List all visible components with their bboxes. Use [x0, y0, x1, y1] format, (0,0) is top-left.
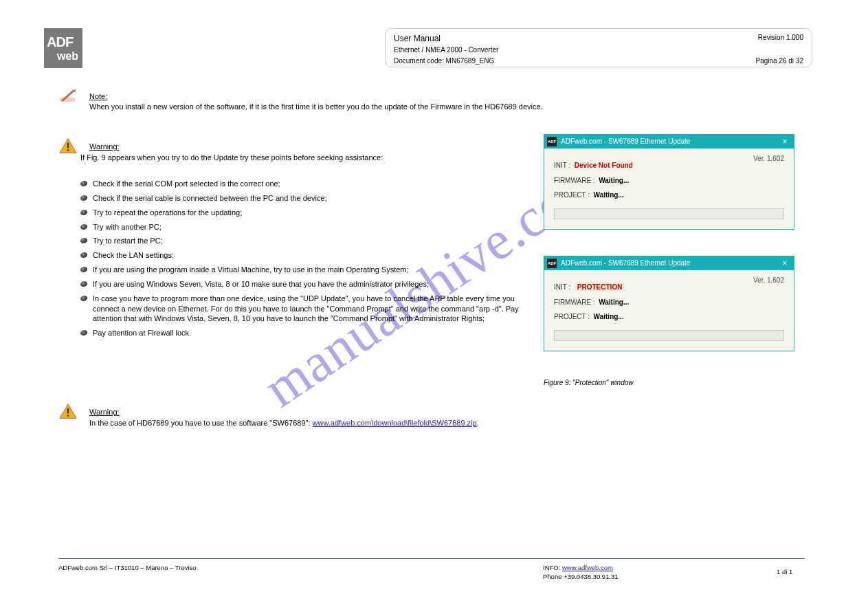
dialog-titlebar: ADF ADFweb.com - SW67689 Ethernet Update… — [544, 256, 794, 270]
ethernet-update-dialog-1: ADF ADFweb.com - SW67689 Ethernet Update… — [544, 134, 794, 230]
footer-left-1: ADFweb.com Srl – IT31010 – Mareno – Trev… — [58, 564, 197, 573]
note-text: When you install a new version of the so… — [89, 102, 543, 112]
list-item: Check the LAN settings; — [80, 250, 520, 261]
init-label: INIT : — [554, 162, 570, 169]
project-row: PROJECT : Waiting... — [554, 312, 784, 322]
dialog-version: Ver. 1.602 — [753, 276, 784, 285]
dialog-version: Ver. 1.602 — [753, 154, 784, 164]
warning-2-text-before: In the case of HD67689 you have to use t… — [89, 419, 313, 427]
doc-code: Document code: MN67689_ENG — [394, 56, 494, 66]
init-status: Device Not Found — [575, 162, 633, 169]
app-icon: ADF — [547, 137, 557, 146]
project-label: PROJECT : — [554, 191, 590, 199]
warning-icon — [57, 138, 79, 154]
brand-logo: ADF web — [44, 28, 82, 68]
warning-2-text: In the case of HD67689 you have to use t… — [89, 418, 479, 428]
footer-divider — [58, 558, 805, 559]
doc-title: User Manual — [394, 33, 441, 44]
svg-rect-1 — [67, 143, 69, 149]
project-label: PROJECT : — [554, 313, 590, 320]
dialog-title: ADFweb.com - SW67689 Ethernet Update — [561, 259, 779, 268]
footer-phone: Phone +39.0438.30.91.31 — [543, 573, 619, 582]
logo-line2: web — [47, 49, 82, 64]
doc-product: Ethernet / NMEA 2000 - Converter — [394, 45, 803, 55]
init-status: PROTECTION — [575, 283, 625, 291]
footer-info-label: INFO: — [543, 564, 560, 571]
warning-label-1: Warning: — [89, 142, 120, 152]
progress-bar — [554, 330, 784, 341]
app-icon: ADF — [547, 259, 557, 268]
firmware-label: FIRMWARE : — [554, 177, 595, 184]
project-status: Waiting... — [594, 191, 624, 199]
dialog-titlebar: ADF ADFweb.com - SW67689 Ethernet Update… — [544, 135, 794, 149]
close-icon[interactable]: × — [779, 136, 791, 147]
footer-left-2: INFO: www.adfweb.com — [543, 564, 613, 573]
doc-page: Pagina 26 di 32 — [755, 56, 803, 66]
warning-label-2: Warning: — [89, 407, 120, 417]
doc-revision: Revision 1.000 — [758, 33, 803, 44]
troubleshoot-list: Check if the serial COM port selected is… — [80, 179, 520, 342]
svg-rect-4 — [67, 415, 69, 417]
ethernet-update-dialog-2: ADF ADFweb.com - SW67689 Ethernet Update… — [544, 256, 794, 351]
list-item: Try to repeat the operations for the upd… — [80, 208, 520, 218]
progress-bar — [554, 208, 784, 219]
note-label: Note: — [89, 91, 107, 102]
list-item: If you are using Windows Seven, Vista, 8… — [80, 279, 520, 289]
project-status: Waiting... — [594, 313, 624, 320]
document-header-box: User Manual Revision 1.000 Ethernet / NM… — [385, 28, 812, 67]
download-link[interactable]: www.adfweb.com\download\filefold\SW67689… — [313, 419, 477, 427]
list-item: In case you have to program more than on… — [80, 294, 520, 325]
warning-icon — [57, 403, 79, 419]
init-row: INIT : PROTECTION — [554, 283, 784, 292]
init-row: INIT : Device Not Found — [554, 161, 784, 171]
firmware-status: Waiting... — [599, 298, 629, 306]
close-icon[interactable]: × — [779, 258, 791, 269]
note-icon — [57, 88, 79, 105]
list-item: Pay attention at Firewall lock. — [80, 328, 520, 338]
list-item: Try to restart the PC; — [80, 236, 520, 246]
init-label: INIT : — [554, 283, 570, 291]
dialog-title: ADFweb.com - SW67689 Ethernet Update — [561, 137, 779, 146]
warning-1-intro: If Fig. 9 appears when you try to do the… — [80, 153, 383, 163]
list-item: Check if the serial cable is connected b… — [80, 193, 520, 204]
svg-rect-3 — [67, 408, 69, 414]
firmware-row: FIRMWARE : Waiting... — [554, 298, 784, 307]
figure-caption: Figure 9: "Protection" window — [544, 378, 634, 388]
firmware-row: FIRMWARE : Waiting... — [554, 176, 784, 186]
footer-page-count: 1 di 1 — [777, 568, 792, 577]
svg-rect-2 — [67, 149, 69, 151]
list-item: Check if the serial COM port selected is… — [80, 179, 520, 189]
project-row: PROJECT : Waiting... — [554, 190, 784, 200]
list-item: If you are using the program inside a Vi… — [80, 265, 520, 275]
footer-website-link[interactable]: www.adfweb.com — [562, 564, 613, 571]
list-item: Try with another PC; — [80, 222, 520, 232]
firmware-label: FIRMWARE : — [554, 298, 595, 306]
firmware-status: Waiting... — [599, 177, 629, 184]
